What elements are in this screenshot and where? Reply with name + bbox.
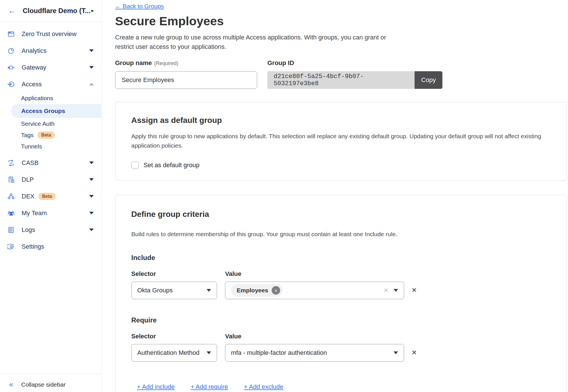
require-heading: Require xyxy=(131,316,551,324)
sidebar-item-analytics[interactable]: Analytics xyxy=(0,42,101,59)
group-name-input[interactable] xyxy=(115,71,257,89)
group-name-label: Group name(Required) xyxy=(115,59,178,66)
sidebar-item-label: Service Auth xyxy=(21,120,55,127)
sidebar-item-label: Logs xyxy=(22,226,35,234)
account-title[interactable]: Cloudflare Demo (T... xyxy=(23,7,91,15)
sidebar-item-label: Zero Trust overview xyxy=(22,30,76,38)
clear-value-icon[interactable]: ✕ xyxy=(383,287,388,294)
add-include-link[interactable]: + Add include xyxy=(137,383,175,391)
sidebar-item-tunnels[interactable]: Tunnels xyxy=(0,141,101,152)
require-value-dropdown[interactable]: mfa - multiple-factor authentication xyxy=(225,344,404,362)
collapse-sidebar-button[interactable]: « Collapse sidebar xyxy=(0,374,101,392)
chevron-down-icon[interactable] xyxy=(89,66,94,69)
criteria-card-description: Build rules to determine membership of t… xyxy=(131,230,543,239)
group-id-label: Group ID xyxy=(267,59,294,66)
add-require-link[interactable]: + Add require xyxy=(191,383,228,391)
sidebar-item-label: Access xyxy=(22,81,42,88)
beta-badge: Beta xyxy=(38,131,55,139)
selector-label: Selector xyxy=(131,333,225,340)
sidebar-item-dex[interactable]: DEX Beta xyxy=(0,188,101,205)
chevron-down-icon[interactable] xyxy=(89,178,94,181)
dlp-icon xyxy=(7,176,15,184)
sidebar-item-label: My Team xyxy=(22,209,47,217)
back-arrow-icon: ← xyxy=(115,3,121,9)
add-rule-links: + Add include + Add require + Add exclud… xyxy=(137,383,551,391)
require-value: mfa - multiple-factor authentication xyxy=(231,349,327,357)
selector-label: Selector xyxy=(131,270,225,278)
value-chip: Employees x xyxy=(231,284,283,297)
default-group-card-title: Assign as default group xyxy=(131,116,551,125)
sidebar-item-service-auth[interactable]: Service Auth xyxy=(0,118,101,129)
dex-icon xyxy=(7,192,15,200)
gear-icon xyxy=(7,243,15,251)
require-selector-value: Authentication Method xyxy=(137,349,199,357)
account-expand-icon[interactable]: ▸ xyxy=(91,8,94,14)
page-title: Secure Employees xyxy=(115,14,568,28)
chevron-down-icon[interactable] xyxy=(89,49,94,52)
default-group-checkbox-row: Set as default group xyxy=(131,162,551,169)
main-content: ← Back to Groups Secure Employees Create… xyxy=(101,0,568,392)
chevron-up-icon[interactable] xyxy=(89,83,94,85)
chevron-down-icon[interactable] xyxy=(89,162,94,164)
value-label: Value xyxy=(225,270,241,278)
pie-chart-icon xyxy=(7,47,15,55)
default-group-checkbox-label: Set as default group xyxy=(143,162,199,169)
require-selector-dropdown[interactable]: Authentication Method xyxy=(131,344,217,362)
copy-button[interactable]: Copy xyxy=(415,71,442,89)
sidebar-item-access-groups[interactable]: Access Groups xyxy=(11,104,101,118)
chevron-down-icon[interactable] xyxy=(89,212,94,214)
default-group-card-description: Apply this rule group to new application… xyxy=(131,132,543,150)
include-heading: Include xyxy=(131,254,551,262)
sidebar-item-logs[interactable]: Logs xyxy=(0,221,101,238)
chip-remove-icon[interactable]: x xyxy=(272,286,280,295)
sidebar-item-my-team[interactable]: My Team xyxy=(0,205,101,221)
access-icon xyxy=(7,80,15,88)
add-exclude-link[interactable]: + Add exclude xyxy=(244,383,283,391)
beta-badge: Beta xyxy=(38,193,56,200)
chevron-down-icon[interactable] xyxy=(89,195,94,198)
sidebar-item-label: Tunnels xyxy=(21,143,42,150)
window-icon xyxy=(7,30,15,38)
sidebar-item-label: DEX xyxy=(22,193,34,200)
account-header: ← Cloudflare Demo (T... ▸ xyxy=(0,0,101,22)
sidebar-item-dlp[interactable]: DLP xyxy=(0,171,101,188)
group-id-value: d21ce80f-5a25-4bcf-9b07-5032197e3be8 xyxy=(267,71,415,89)
sidebar-item-tags[interactable]: Tags Beta xyxy=(0,129,101,141)
sidebar-nav: Zero Trust overview Analytics Gateway Ac… xyxy=(0,22,101,255)
default-group-card: Assign as default group Apply this rule … xyxy=(115,102,567,181)
remove-require-rule-button[interactable]: ✕ xyxy=(411,349,417,357)
gateway-icon xyxy=(7,64,15,72)
back-to-groups-link[interactable]: ← Back to Groups xyxy=(115,3,164,10)
back-link-label: Back to Groups xyxy=(123,3,164,9)
sidebar-item-label: Applications xyxy=(21,95,53,102)
sidebar-item-casb[interactable]: CASB xyxy=(0,154,101,171)
require-rule-row: Authentication Method mfa - multiple-fac… xyxy=(131,344,551,362)
sidebar: ← Cloudflare Demo (T... ▸ Zero Trust ove… xyxy=(0,0,101,392)
logs-icon xyxy=(7,226,15,234)
collapse-chevrons-icon: « xyxy=(9,380,13,389)
sidebar-item-label: Access Groups xyxy=(21,108,65,114)
sidebar-item-access[interactable]: Access xyxy=(0,76,101,93)
chevron-down-icon xyxy=(207,289,211,292)
require-labels: Selector Value xyxy=(131,333,551,340)
group-name-id-row: Group name(Required) Group ID d21ce80f-5… xyxy=(115,59,568,89)
criteria-card-title: Define group criteria xyxy=(131,210,551,219)
include-value-multiselect[interactable]: Employees x ✕ xyxy=(225,282,404,299)
group-name-label-text: Group name xyxy=(115,59,152,66)
include-selector-value: Okta Groups xyxy=(137,287,173,294)
group-name-field: Group name(Required) xyxy=(115,59,257,89)
remove-include-rule-button[interactable]: ✕ xyxy=(411,286,417,294)
sidebar-item-zero-trust-overview[interactable]: Zero Trust overview xyxy=(0,26,101,42)
back-arrow-icon[interactable]: ← xyxy=(8,7,16,15)
sidebar-item-applications[interactable]: Applications xyxy=(0,93,101,104)
chevron-down-icon xyxy=(394,351,398,354)
sidebar-item-label: CASB xyxy=(22,159,39,167)
sidebar-item-label: Gateway xyxy=(22,64,46,71)
chevron-down-icon[interactable] xyxy=(89,229,94,231)
sidebar-item-gateway[interactable]: Gateway xyxy=(0,59,101,76)
include-selector-dropdown[interactable]: Okta Groups xyxy=(131,282,217,299)
access-subnav: Applications Access Groups Service Auth … xyxy=(0,93,101,152)
chip-label: Employees xyxy=(237,287,268,294)
default-group-checkbox[interactable] xyxy=(131,162,139,169)
sidebar-item-settings[interactable]: Settings xyxy=(0,238,101,255)
